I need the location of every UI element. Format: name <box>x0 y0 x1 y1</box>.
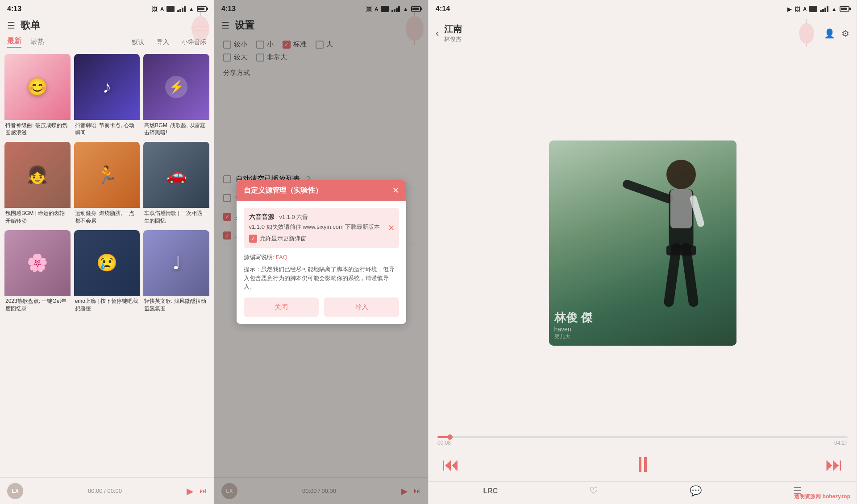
player-avatar-1: LX <box>7 483 23 499</box>
battery-icon <box>197 6 207 12</box>
lrc-button[interactable]: LRC <box>483 487 498 495</box>
playlist-label: 高燃BGM: 战歌起, 以雷霆击碎黑暗! <box>143 120 209 139</box>
modal-close-button[interactable]: ✕ <box>392 186 399 195</box>
modal-import-button[interactable]: 导入 <box>324 297 399 317</box>
playlist-label: 抖音神级曲: 破茧成蝶的氛围感浪漫 <box>4 120 71 139</box>
list-item[interactable]: ♪ 抖音韩语: 节奏卡点, 心动瞬间 <box>74 54 140 138</box>
playlist-label: emo上瘾 | 按下暂停键吧我想缓缓 <box>74 296 140 314</box>
tiktok-icon-2: ♩ <box>172 252 181 273</box>
progress-section: 00:08 04:27 <box>428 431 857 448</box>
current-time: 00:08 <box>437 440 451 446</box>
tiktok-icon: ♪ <box>102 77 111 97</box>
tab-hot[interactable]: 最热 <box>30 37 45 47</box>
progress-thumb <box>447 434 453 440</box>
user-icon[interactable]: 👤 <box>824 28 835 39</box>
source-version: v1.1.0 如失效请前往 www.sixyin.com 下载最新版本 <box>249 223 394 231</box>
comment-button[interactable]: 💬 <box>690 485 702 497</box>
play-button-1[interactable]: ▶ <box>187 486 193 496</box>
btn-import[interactable]: 导入 <box>157 38 169 46</box>
next-button-3[interactable]: ⏭ <box>825 454 843 475</box>
bottom-player-1: LX 00:00 / 00:00 ▶ ⏭ <box>0 477 214 504</box>
playlist-label: 氛围感BGM | 命运的齿轮开始转动 <box>4 208 71 227</box>
svg-point-10 <box>666 160 696 189</box>
figure-silhouette <box>615 140 728 346</box>
status-bar-1: 4:13 🖼 A ▲ <box>0 0 214 16</box>
playlist-label: 2023热歌盘点: 一键Get年度回忆录 <box>4 296 71 314</box>
prev-button[interactable]: ⏮ <box>442 454 460 475</box>
status-time-1: 4:13 <box>7 5 21 13</box>
like-button[interactable]: ♡ <box>589 485 598 497</box>
album-art: 林俊 傑 haven 第几大 <box>549 140 736 346</box>
player-controls-1: ▶ ⏭ <box>187 486 207 496</box>
modal-box: 自定义源管理（实验性） ✕ 六音音源 v1.1.0 六音 v1.1.0 如失效请… <box>237 180 406 324</box>
player-song-info: 江南 林俊杰 <box>444 23 795 43</box>
source-checkbox-row[interactable]: 允许显示更新弹窗 <box>249 235 394 243</box>
playlist-thumb: 🏃 <box>74 142 140 208</box>
status-time-3: 4:14 <box>436 5 450 13</box>
list-item[interactable]: 🏃 运动健身: 燃烧脂肪, 一点都不会累 <box>74 142 140 226</box>
svg-line-15 <box>686 248 694 302</box>
allow-update-label: 允许显示更新弹窗 <box>260 235 306 243</box>
list-item[interactable]: 👧 氛围感BGM | 命运的齿轮开始转动 <box>4 142 71 226</box>
lantern-decoration-3 <box>795 19 818 48</box>
top-nav-1: ☰ 歌单 <box>0 16 214 35</box>
playlist-thumb: 👧 <box>4 142 71 208</box>
playlist-grid-container: 😊 抖音神级曲: 破茧成蝶的氛围感浪漫 ♪ 抖音韩语: 节奏卡点, 心动瞬间 <box>0 50 214 477</box>
photo-icon: 🖼 <box>152 6 158 12</box>
svg-rect-16 <box>666 245 696 255</box>
playlist-thumb: ♪ <box>74 54 140 120</box>
heart-icon: ♡ <box>589 485 598 497</box>
list-item[interactable]: 😊 抖音神级曲: 破茧成蝶的氛围感浪漫 <box>4 54 71 138</box>
list-item[interactable]: ♩ 轻快英文歌: 浅风微醺拉动氲氲氛围 <box>143 230 209 314</box>
list-item[interactable]: ⚡ 高燃BGM: 战歌起, 以雷霆击碎黑暗! <box>143 54 209 138</box>
source-delete-button[interactable]: ✕ <box>388 223 395 233</box>
total-time: 04:27 <box>834 440 848 446</box>
playlist-label: 车载伤感情歌 | 一次相遇一生的回忆 <box>143 208 209 227</box>
tabs-row-1: 最新 最热 默认 导入 小蝌音乐 <box>0 35 214 50</box>
modal-faq: 源编写说明: FAQ <box>244 253 399 261</box>
menu-icon-1[interactable]: ☰ <box>7 20 15 31</box>
btn-default[interactable]: 默认 <box>132 38 144 46</box>
photo-icon-3: 🖼 <box>795 6 800 12</box>
lrc-icon: LRC <box>483 487 498 495</box>
svg-line-12 <box>627 184 669 199</box>
playlist-label: 运动健身: 燃烧脂肪, 一点都不会累 <box>74 208 140 227</box>
modal-header: 自定义源管理（实验性） ✕ <box>237 180 406 201</box>
playlist-thumb: ⚡ <box>143 54 209 120</box>
panel-settings: 4:13 🖼 A ▲ ☰ 设置 <box>214 0 428 504</box>
player-top-nav: ‹ 江南 林俊杰 👤 ⚙ <box>428 16 857 50</box>
tab-latest[interactable]: 最新 <box>7 37 21 48</box>
svg-line-14 <box>669 248 676 302</box>
song-artist: 林俊杰 <box>444 35 795 43</box>
player-nav-right: 👤 ⚙ <box>795 19 849 48</box>
allow-update-checkbox[interactable] <box>249 235 257 243</box>
wifi-icon-3: ▲ <box>831 6 837 12</box>
settings-icon[interactable]: ⚙ <box>841 28 849 39</box>
wifi-icon: ▲ <box>188 6 194 12</box>
play-indicator: ▶ <box>787 6 792 12</box>
pause-button[interactable]: ⏸ <box>632 452 653 477</box>
font-icon: A <box>160 6 164 12</box>
battery-icon-3 <box>840 6 849 12</box>
faq-link[interactable]: FAQ <box>276 254 287 260</box>
list-item[interactable]: 😢 emo上瘾 | 按下暂停键吧我想缓缓 <box>74 230 140 314</box>
page-title-1: 歌单 <box>21 19 207 32</box>
player-time-1: 00:00 / 00:00 <box>28 487 182 494</box>
progress-fill <box>437 436 450 438</box>
font-icon-3: A <box>803 6 807 12</box>
svg-rect-17 <box>670 189 691 228</box>
progress-times: 00:08 04:27 <box>437 440 848 446</box>
next-button-1[interactable]: ⏭ <box>200 487 207 495</box>
progress-bar[interactable] <box>437 436 848 438</box>
modal-cancel-button[interactable]: 关闭 <box>244 297 319 317</box>
modal-body: 六音音源 v1.1.0 六音 v1.1.0 如失效请前往 www.sixyin.… <box>237 201 406 324</box>
list-item[interactable]: 🌸 2023热歌盘点: 一键Get年度回忆录 <box>4 230 71 314</box>
list-item[interactable]: 🚗 车载伤感情歌 | 一次相遇一生的回忆 <box>143 142 209 226</box>
modal-actions: 关闭 导入 <box>244 297 399 317</box>
playlist-thumb: 🌸 <box>4 230 71 296</box>
source-item: 六音音源 v1.1.0 六音 v1.1.0 如失效请前往 www.sixyin.… <box>244 208 399 248</box>
back-button[interactable]: ‹ <box>436 28 439 39</box>
btn-xiaokedou[interactable]: 小蝌音乐 <box>182 38 207 46</box>
playlist-label: 抖音韩语: 节奏卡点, 心动瞬间 <box>74 120 140 139</box>
playlist-thumb: 😢 <box>74 230 140 296</box>
